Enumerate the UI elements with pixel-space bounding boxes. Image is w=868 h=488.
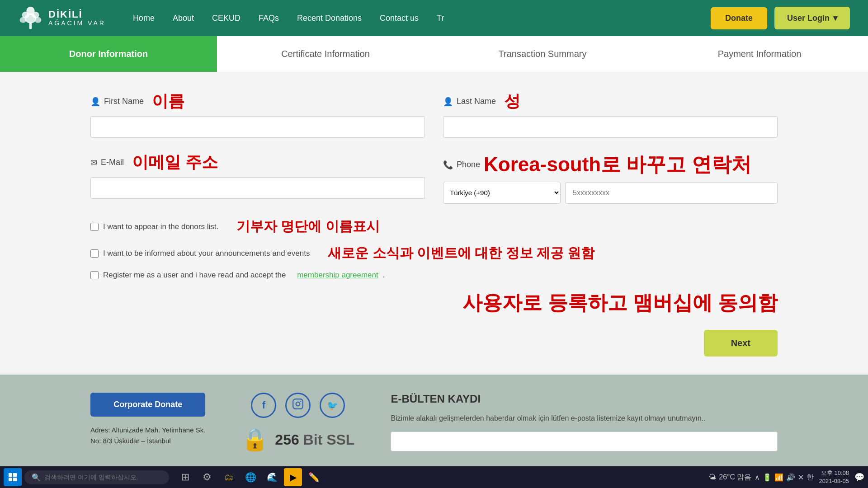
taskbar-time: 오후 10:08 2021-08-05 [819,469,849,485]
phone-country-select[interactable]: Türkiye (+90)Korea-south (+82)USA (+1)Ge… [443,182,561,204]
first-name-input[interactable] [90,116,425,138]
navbar: DİKİLİ AĞACIM VAR Home About CEKUD FAQs … [0,0,868,36]
taskbar-app5-icon[interactable]: ✏️ [304,467,324,487]
taskbar-edge-icon[interactable]: 🌊 [262,467,282,487]
next-button[interactable]: Next [704,330,778,357]
last-name-group: 👤 Last Name 성 [443,90,778,138]
checkbox-announcements-korean: 새로운 소식과 이벤트에 대한 정보 제공 원함 [328,244,594,263]
checkboxes-section: I want to appear in the donors list. 기부자… [90,217,778,316]
phone-input-group: Türkiye (+90)Korea-south (+82)USA (+1)Ge… [443,182,778,204]
taskbar-apps: ⊞ ⚙ 🗂 🌐 🌊 ▶ ✏️ [175,467,324,487]
newsletter-email-input[interactable] [391,432,778,451]
email-icon: ✉ [90,158,97,168]
taskbar-system-icons: 🌤 26°C 맑음 ∧ 🔋 📶 🔊 ✕ 한 [709,473,813,482]
taskbar-search-input[interactable] [44,474,162,481]
main-content: 👤 First Name 이름 👤 Last Name 성 ✉ E-Mail 이… [0,72,868,375]
volume-icon: 🔊 [786,473,795,482]
checkbox-membership-label-after: . [383,271,385,280]
taskbar: 🔍 ⊞ ⚙ 🗂 🌐 🌊 ▶ ✏️ 🌤 26°C 맑음 ∧ 🔋 📶 🔊 ✕ 한 오… [0,466,868,488]
user-login-label: User Login [787,14,830,23]
svg-rect-6 [29,22,32,29]
donate-button[interactable]: Donate [711,7,767,29]
address-line2: No: 8/3 Üsküdar – İstanbul [90,436,205,446]
battery-icon: 🔋 [763,473,772,482]
footer-center: f 🐦 🔒 256 Bit SSL [241,393,354,452]
last-name-input[interactable] [443,116,778,138]
instagram-icon[interactable] [285,393,311,418]
weather-text: 26°C 맑음 [719,473,751,482]
checkbox-donors-list: I want to appear in the donors list. 기부자… [90,217,778,236]
chevron-down-icon: ▾ [833,13,837,23]
person-icon-2: 👤 [443,97,453,107]
nav-cekud[interactable]: CEKUD [212,14,241,23]
taskbar-files-icon[interactable]: 🗂 [219,467,239,487]
checkbox-membership-label-before: Register me as a user and i have read an… [103,271,286,280]
checkbox-membership-input[interactable] [90,271,99,279]
email-input[interactable] [90,177,425,199]
x-icon: ✕ [798,473,804,482]
svg-point-4 [25,13,37,23]
checkbox-donors-list-input[interactable] [90,223,99,231]
taskbar-settings-icon[interactable]: ⚙ [197,467,217,487]
newsletter-text: Bizimle alakalı gelişmelerden haberdar o… [391,413,778,424]
footer-address: Adres: Altunizade Mah. Yetimhane Sk. No:… [90,425,205,446]
tree-logo-icon [18,6,43,31]
lock-icon: 🔒 [241,427,269,452]
phone-icon: 📞 [443,160,453,170]
brand-bottom: AĞACIM VAR [48,20,106,27]
first-name-label: 👤 First Name 이름 [90,90,425,113]
nav-language[interactable]: Tr [437,14,444,23]
newsletter-title: E-BÜLTEN KAYDI [391,393,778,405]
checkbox-announcements-label: I want to be informed about your announc… [103,249,310,258]
start-button[interactable] [4,468,22,486]
phone-label: 📞 Phone Korea-south로 바꾸고 연락처 [443,151,778,178]
corporate-donate-button[interactable]: Corporate Donate [90,393,205,417]
svg-point-5 [35,17,42,23]
taskbar-multitask-icon[interactable]: ⊞ [175,467,195,487]
svg-point-9 [300,401,301,402]
last-name-korean: 성 [504,90,520,113]
phone-number-input[interactable] [565,182,778,204]
time-text: 오후 10:08 [819,469,849,477]
nav-contact-us[interactable]: Contact us [380,14,419,23]
wifi-icon: 📶 [774,473,783,482]
membership-agreement-link[interactable]: membership agreement [297,271,378,280]
weather-icon: 🌤 [709,473,716,481]
social-icons: f 🐦 [251,393,345,418]
ssl-badge: 🔒 256 Bit SSL [241,427,354,452]
taskbar-app4-icon[interactable]: ▶ [284,468,302,486]
ime-icon: 한 [807,473,814,482]
nav-recent-donations[interactable]: Recent Donations [297,14,362,23]
facebook-icon[interactable]: f [251,393,276,418]
phone-group: 📞 Phone Korea-south로 바꾸고 연락처 Türkiye (+9… [443,151,778,204]
date-text: 2021-08-05 [819,477,849,485]
twitter-icon[interactable]: 🐦 [320,393,345,418]
nav-home[interactable]: Home [133,14,155,23]
next-btn-row: Next [90,330,778,357]
checkbox-donors-list-label: I want to appear in the donors list. [103,222,218,231]
tab-certificate-information[interactable]: Certificate Information [217,36,434,72]
first-name-korean: 이름 [152,90,184,113]
taskbar-search-bar[interactable]: 🔍 [24,470,169,484]
checkbox-donors-list-korean: 기부자 명단에 이름표시 [236,217,380,236]
membership-korean: 사용자로 등록하고 맴버십에 동의함 [462,291,778,314]
user-login-button[interactable]: User Login ▾ [774,7,850,29]
email-group: ✉ E-Mail 이메일 주소 [90,151,425,204]
nav-about[interactable]: About [173,14,194,23]
phone-korean: Korea-south로 바꾸고 연락처 [484,151,751,178]
person-icon: 👤 [90,97,100,107]
tab-payment-information[interactable]: Payment Information [651,36,868,72]
checkbox-announcements: I want to be informed about your announc… [90,244,778,263]
nav-faqs[interactable]: FAQs [259,14,279,23]
checkbox-announcements-input[interactable] [90,249,99,258]
checkbox-membership: Register me as a user and i have read an… [90,271,778,280]
tab-donor-information[interactable]: Donor Information [0,36,217,72]
ssl-text: 256 Bit SSL [275,432,354,448]
nav-links: Home About CEKUD FAQs Recent Donations C… [133,14,711,23]
notification-icon[interactable]: 💬 [854,472,864,482]
brand: DİKİLİ AĞACIM VAR [18,6,106,31]
name-row: 👤 First Name 이름 👤 Last Name 성 [90,90,778,138]
taskbar-chrome-icon[interactable]: 🌐 [241,467,260,487]
tab-transaction-summary[interactable]: Transaction Summary [434,36,651,72]
svg-point-8 [296,402,300,406]
